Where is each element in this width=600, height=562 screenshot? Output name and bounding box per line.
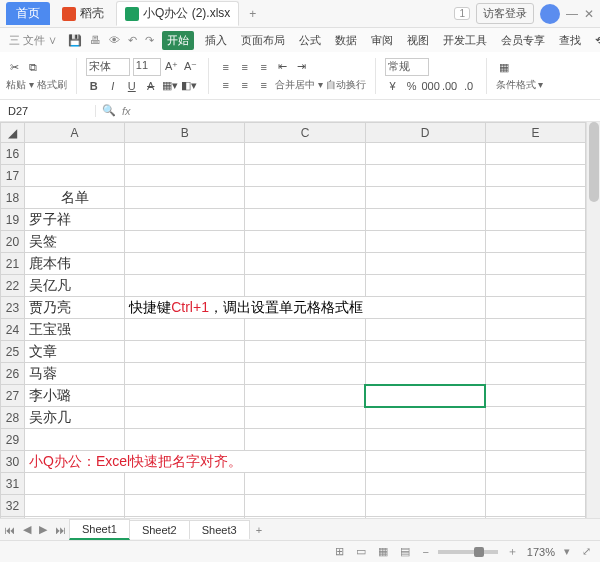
align-bot-icon[interactable]: ≡ — [256, 59, 272, 75]
zoom-in-icon[interactable]: ＋ — [504, 544, 521, 559]
cell[interactable] — [245, 253, 365, 275]
align-right-icon[interactable]: ≡ — [256, 77, 272, 93]
cell[interactable] — [365, 319, 485, 341]
cell[interactable] — [25, 473, 125, 495]
home-tab[interactable]: 首页 — [6, 2, 50, 25]
cell[interactable] — [365, 187, 485, 209]
cell[interactable] — [365, 143, 485, 165]
cell-A25[interactable]: 文章 — [25, 341, 125, 363]
row-header[interactable]: 18 — [1, 187, 25, 209]
row-header[interactable]: 21 — [1, 253, 25, 275]
ribbon-tab-start[interactable]: 开始 — [162, 31, 194, 50]
sheet-nav-prev[interactable]: ◀ — [19, 523, 35, 536]
cell[interactable] — [245, 517, 365, 519]
cell[interactable] — [485, 517, 585, 519]
ribbon-tab-insert[interactable]: 插入 — [202, 31, 230, 50]
sync-status[interactable]: ⟲ 未同步 — [592, 31, 600, 50]
cell[interactable] — [485, 209, 585, 231]
number-format-select[interactable]: 常规 — [385, 58, 429, 76]
font-size-select[interactable]: 11 — [133, 58, 161, 76]
sheet-nav-last[interactable]: ⏭ — [51, 524, 70, 536]
cell[interactable] — [245, 495, 365, 517]
row-header[interactable]: 32 — [1, 495, 25, 517]
row-header[interactable]: 26 — [1, 363, 25, 385]
ribbon-tab-member[interactable]: 会员专享 — [498, 31, 548, 50]
cell[interactable] — [365, 165, 485, 187]
cell[interactable] — [365, 341, 485, 363]
zoom-knob[interactable] — [474, 547, 484, 557]
close-icon[interactable]: ✕ — [584, 7, 594, 21]
fx-label[interactable]: fx — [122, 105, 131, 117]
ribbon-tab-formula[interactable]: 公式 — [296, 31, 324, 50]
merge-button[interactable]: 合并居中 ▾ — [275, 78, 323, 92]
cell[interactable] — [485, 495, 585, 517]
cell-A21[interactable]: 鹿本伟 — [25, 253, 125, 275]
cell[interactable] — [25, 429, 125, 451]
cell-A18[interactable]: 名单 — [25, 187, 125, 209]
cell[interactable] — [125, 209, 245, 231]
row-header[interactable]: 17 — [1, 165, 25, 187]
cell[interactable] — [125, 517, 245, 519]
border-button[interactable]: ▦▾ — [162, 78, 178, 94]
font-shrink-icon[interactable]: A⁻ — [183, 59, 199, 75]
cell[interactable] — [25, 495, 125, 517]
cell[interactable] — [365, 517, 485, 519]
cond-fmt-icon[interactable]: ▦ — [496, 60, 512, 76]
font-name-select[interactable]: 宋体 — [86, 58, 130, 76]
dec-dec-icon[interactable]: .0 — [461, 78, 477, 94]
font-color-button[interactable]: A — [143, 78, 159, 94]
copy-icon[interactable]: ⧉ — [25, 60, 41, 76]
sheet-tab-1[interactable]: Sheet1 — [69, 519, 130, 540]
cell-A30-footer[interactable]: 小Q办公：Excel快速把名字对齐。 — [25, 451, 366, 473]
zoom-level[interactable]: 173% — [527, 546, 555, 558]
doc-tab-2[interactable]: 小Q办公 (2).xlsx — [116, 1, 239, 26]
cell[interactable] — [125, 165, 245, 187]
select-all-corner[interactable]: ◢ — [1, 123, 25, 143]
view-normal-icon[interactable]: ⊞ — [332, 545, 347, 558]
cell[interactable] — [245, 209, 365, 231]
cell[interactable] — [245, 341, 365, 363]
save-icon[interactable]: 💾 — [68, 34, 82, 47]
percent-icon[interactable]: % — [404, 78, 420, 94]
cell[interactable] — [365, 407, 485, 429]
cell[interactable] — [125, 407, 245, 429]
add-sheet-button[interactable]: + — [250, 524, 268, 536]
view-layout-icon[interactable]: ▦ — [375, 545, 391, 558]
cell[interactable] — [485, 319, 585, 341]
row-header[interactable]: 16 — [1, 143, 25, 165]
paste-button[interactable]: 粘贴 ▾ — [6, 78, 34, 92]
currency-icon[interactable]: ¥ — [385, 78, 401, 94]
col-header-B[interactable]: B — [125, 123, 245, 143]
ribbon-tab-layout[interactable]: 页面布局 — [238, 31, 288, 50]
fx-search-icon[interactable]: 🔍 — [102, 104, 116, 117]
cell[interactable] — [125, 253, 245, 275]
cell-A24[interactable]: 王宝强 — [25, 319, 125, 341]
cell[interactable] — [485, 253, 585, 275]
cell[interactable] — [245, 143, 365, 165]
fill-color-button[interactable]: ◧▾ — [181, 78, 197, 94]
cell[interactable] — [125, 187, 245, 209]
view-pagebreak-icon[interactable]: ▭ — [353, 545, 369, 558]
name-box[interactable]: D27 — [0, 105, 96, 117]
zoom-dropdown-icon[interactable]: ▾ — [561, 545, 573, 558]
selected-cell-D27[interactable] — [365, 385, 485, 407]
preview-icon[interactable]: 👁 — [109, 34, 120, 46]
cell[interactable] — [245, 231, 365, 253]
avatar[interactable] — [540, 4, 560, 24]
cell[interactable] — [125, 231, 245, 253]
cell-A27[interactable]: 李小璐 — [25, 385, 125, 407]
cell[interactable] — [125, 429, 245, 451]
cell[interactable] — [25, 165, 125, 187]
row-header[interactable]: 25 — [1, 341, 25, 363]
col-header-E[interactable]: E — [485, 123, 585, 143]
cell-A19[interactable]: 罗子祥 — [25, 209, 125, 231]
ribbon-tab-dev[interactable]: 开发工具 — [440, 31, 490, 50]
print-icon[interactable]: 🖶 — [90, 34, 101, 46]
cell[interactable] — [485, 407, 585, 429]
cell-A20[interactable]: 吴签 — [25, 231, 125, 253]
cell[interactable] — [485, 451, 585, 473]
col-header-C[interactable]: C — [245, 123, 365, 143]
cell-A23[interactable]: 贾乃亮 — [25, 297, 125, 319]
bold-button[interactable]: B — [86, 78, 102, 94]
cell[interactable] — [245, 165, 365, 187]
